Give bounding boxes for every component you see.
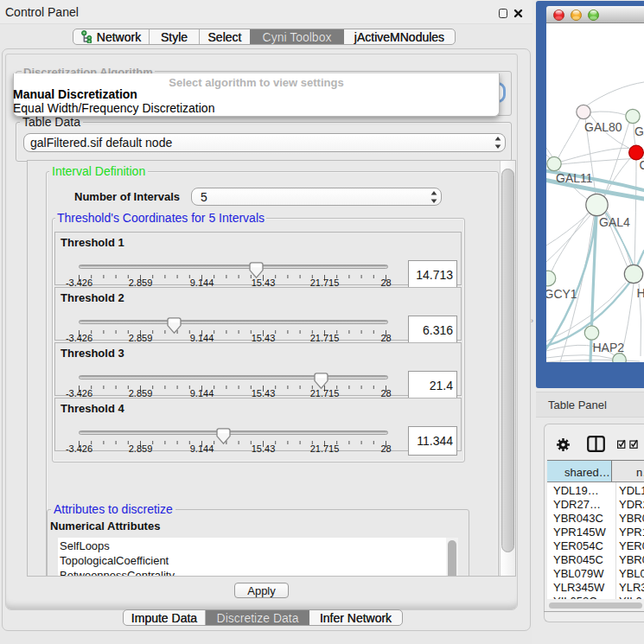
svg-text:HAP2: HAP2: [593, 341, 625, 354]
svg-text:GCY1: GCY1: [546, 287, 577, 301]
svg-text:C: C: [640, 158, 644, 172]
svg-text:H: H: [637, 286, 644, 300]
svg-text:GAL11: GAL11: [556, 171, 593, 185]
svg-text:GAL80: GAL80: [584, 120, 622, 134]
svg-text:GA: GA: [634, 124, 644, 138]
svg-text:GAL4: GAL4: [599, 215, 630, 229]
